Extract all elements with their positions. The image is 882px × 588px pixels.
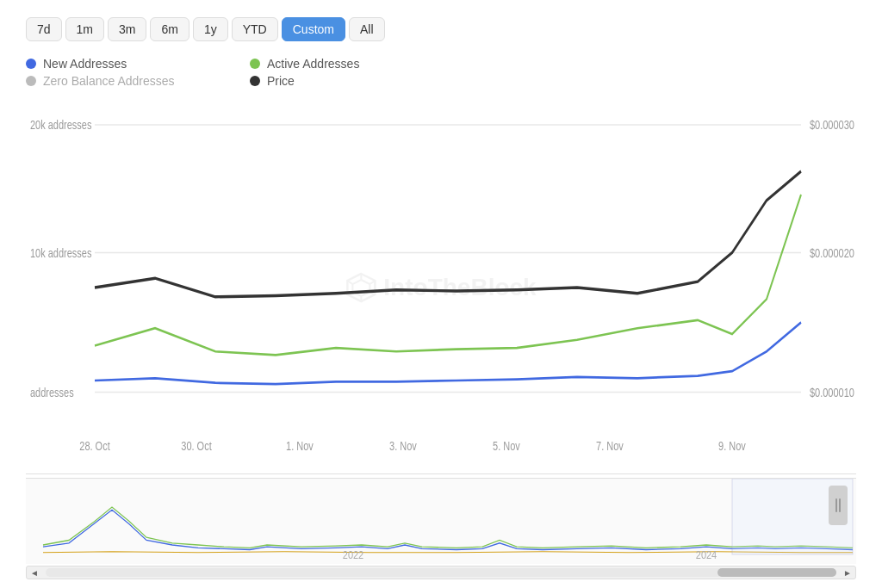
nav-handle-lines	[835, 498, 841, 512]
scroll-left-arrow[interactable]: ◄	[27, 566, 42, 579]
time-btn-3m[interactable]: 3m	[108, 17, 146, 41]
svg-text:1. Nov: 1. Nov	[286, 438, 314, 453]
chart-wrapper: IntoTheBlock 20k addresses 10k addresses…	[26, 102, 856, 579]
svg-text:$0.000030: $0.000030	[810, 118, 854, 133]
time-btn-ytd[interactable]: YTD	[232, 17, 278, 41]
svg-text:3. Nov: 3. Nov	[389, 438, 417, 453]
legend: New AddressesActive AddressesZero Balanc…	[26, 57, 457, 88]
chart-svg: 20k addresses 10k addresses addresses $0…	[26, 102, 856, 473]
svg-text:$0.000010: $0.000010	[810, 385, 854, 399]
svg-text:30. Oct: 30. Oct	[181, 438, 212, 453]
legend-label: Price	[267, 74, 295, 88]
svg-text:2024: 2024	[696, 550, 717, 561]
scrollbar-track[interactable]	[46, 568, 836, 577]
mini-chart-svg: 2022 2024	[26, 479, 856, 564]
svg-text:5. Nov: 5. Nov	[493, 438, 520, 453]
svg-text:9. Nov: 9. Nov	[718, 438, 746, 453]
legend-dot	[26, 59, 36, 69]
legend-label: New Addresses	[43, 57, 127, 71]
svg-text:2022: 2022	[343, 550, 363, 561]
main-chart: IntoTheBlock 20k addresses 10k addresses…	[26, 102, 856, 474]
svg-text:7. Nov: 7. Nov	[596, 438, 624, 453]
time-btn-1y[interactable]: 1y	[193, 17, 228, 41]
svg-text:$0.000020: $0.000020	[810, 245, 854, 260]
mini-chart: 2022 2024	[26, 478, 856, 564]
legend-dot	[250, 76, 260, 86]
time-btn-6m[interactable]: 6m	[150, 17, 189, 41]
svg-text:28. Oct: 28. Oct	[79, 438, 110, 453]
svg-rect-24	[26, 479, 856, 564]
time-btn-7d[interactable]: 7d	[26, 17, 62, 41]
legend-dot	[250, 59, 260, 69]
legend-dot	[26, 76, 36, 86]
time-range-bar: 7d1m3m6m1yYTDCustomAll	[26, 17, 856, 41]
nav-handle[interactable]	[829, 486, 848, 525]
scrollbar-thumb[interactable]	[717, 568, 836, 577]
svg-text:addresses: addresses	[30, 385, 74, 399]
svg-text:10k addresses: 10k addresses	[30, 245, 92, 260]
legend-item: Price	[250, 74, 457, 88]
svg-text:20k addresses: 20k addresses	[30, 118, 92, 133]
legend-item: Active Addresses	[250, 57, 457, 71]
time-btn-custom[interactable]: Custom	[282, 17, 345, 41]
scroll-right-arrow[interactable]: ►	[840, 566, 855, 579]
time-btn-1m[interactable]: 1m	[65, 17, 104, 41]
nav-handle-line-1	[835, 498, 837, 512]
legend-item: Zero Balance Addresses	[26, 74, 233, 88]
legend-label: Active Addresses	[267, 57, 359, 71]
legend-label: Zero Balance Addresses	[43, 74, 175, 88]
time-btn-all[interactable]: All	[349, 17, 385, 41]
legend-item: New Addresses	[26, 57, 233, 71]
nav-handle-line-2	[839, 498, 841, 512]
scrollbar[interactable]: ◄ ►	[26, 566, 856, 579]
main-container: 7d1m3m6m1yYTDCustomAll New AddressesActi…	[0, 0, 882, 588]
